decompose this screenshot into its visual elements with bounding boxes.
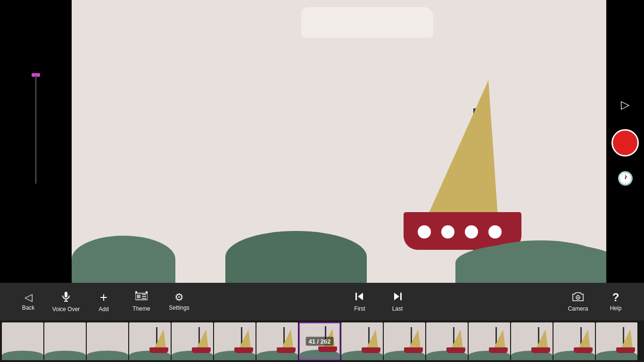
svg-rect-0 [65,292,67,297]
film-frame-2[interactable] [44,322,86,360]
theme-icon [135,291,148,304]
film-frame-15[interactable] [596,322,637,360]
film-frame-9[interactable] [341,322,383,360]
first-button[interactable]: First [341,283,379,321]
hill-far-right [455,243,606,283]
dot-1 [418,225,431,239]
play-button[interactable]: ▷ [615,94,636,115]
film-frame-1[interactable] [2,322,43,360]
film-frame-6[interactable] [214,322,256,360]
last-icon [392,291,403,304]
first-label: First [354,305,365,312]
dot-4 [488,225,502,239]
dot-3 [465,225,478,239]
svg-rect-10 [355,293,357,300]
scene [72,0,606,283]
first-icon [355,291,365,304]
film-frame-10[interactable] [384,322,425,360]
right-panel: ▷ 🕐 [606,0,644,283]
back-icon: ◁ [25,292,33,303]
left-panel [0,0,72,283]
hill-left [72,236,175,283]
last-label: Last [392,305,403,312]
center-image [72,0,606,283]
toolbar: ◁ Back Voice Over + Add [0,283,644,321]
back-button[interactable]: ◁ Back [9,283,47,321]
sailboat [418,80,536,255]
camera-icon [572,291,584,304]
timer-button[interactable]: 🕐 [617,171,634,186]
add-button[interactable]: + Add [85,283,123,321]
film-frame-3[interactable] [87,322,128,360]
svg-rect-8 [135,291,137,293]
theme-button[interactable]: Theme [123,283,160,321]
clock-icon: 🕐 [617,171,634,186]
back-label: Back [22,304,35,311]
dot-2 [441,225,454,239]
film-frame-12[interactable] [469,322,510,360]
svg-rect-9 [146,291,148,293]
hill-center [225,231,367,283]
main-area: ▷ 🕐 [0,0,644,283]
sail [427,80,498,217]
voiceover-button[interactable]: Voice Over [47,283,85,321]
svg-rect-12 [400,293,402,300]
theme-label: Theme [132,305,150,312]
help-button[interactable]: ? Help [597,283,635,321]
film-frame-8[interactable]: 41 / 262 [299,322,340,360]
camera-button[interactable]: Camera [559,283,597,321]
frame-counter: 41 / 262 [306,337,334,346]
help-icon: ? [612,292,619,303]
voiceover-icon [60,291,72,304]
slider-track[interactable] [35,75,37,184]
cloud [301,7,433,38]
add-label: Add [99,306,108,313]
film-frame-13[interactable] [511,322,553,360]
filmstrip: 41 / 262 [0,321,644,362]
film-frame-7[interactable] [256,322,298,360]
svg-rect-4 [137,295,140,298]
help-label: Help [610,305,622,312]
last-button[interactable]: Last [379,283,416,321]
camera-label: Camera [568,305,588,312]
svg-marker-13 [394,293,399,300]
voiceover-label: Voice Over [52,306,80,313]
record-button[interactable] [611,129,639,156]
film-frame-14[interactable] [553,322,595,360]
film-frame-5[interactable] [172,322,213,360]
play-icon: ▷ [621,98,629,111]
settings-icon: ⚙ [174,292,184,303]
settings-label: Settings [169,304,189,311]
svg-point-15 [578,297,579,298]
add-icon: + [100,291,107,304]
settings-button[interactable]: ⚙ Settings [160,283,198,321]
film-frame-11[interactable] [426,322,468,360]
film-frame-4[interactable] [129,322,171,360]
svg-marker-11 [358,293,363,300]
